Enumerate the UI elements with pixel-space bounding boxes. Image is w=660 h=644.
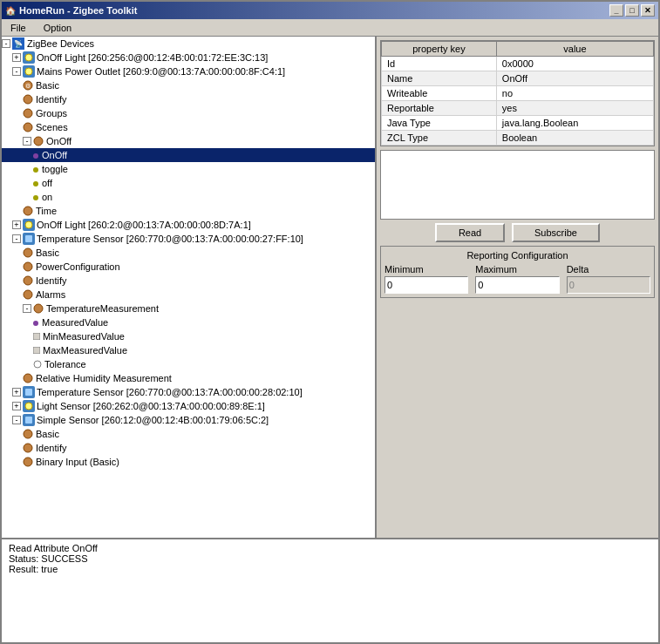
property-value-cell: java.lang.Boolean <box>496 116 653 131</box>
tree-onofflight2[interactable]: + OnOff Light [260:2:0@00:13:7A:00:00:00… <box>2 218 375 232</box>
minimum-field: Minimum <box>384 264 468 294</box>
root-expand[interactable]: - <box>2 39 10 48</box>
identify2-label: Identify <box>36 275 66 286</box>
read-button[interactable]: Read <box>435 223 505 242</box>
attr-circle-tolerance <box>33 360 42 369</box>
menu-option[interactable]: Option <box>38 21 77 35</box>
root-icon: 📡 <box>12 37 24 50</box>
svg-rect-14 <box>25 235 32 242</box>
svg-point-12 <box>25 221 32 228</box>
reporting-fields: Minimum Maximum Delta <box>384 264 650 294</box>
tree-powerconfig1[interactable]: PowerConfiguration <box>2 260 375 274</box>
cluster-icon-identify2 <box>23 275 33 286</box>
title-bar-buttons: _ □ ✕ <box>609 4 655 17</box>
onoff-cluster-expand[interactable]: - <box>23 137 31 146</box>
toggle-label: toggle <box>42 164 68 174</box>
tree-toggle[interactable]: toggle <box>2 162 375 176</box>
measuredvalue1-label: MeasuredValue <box>42 317 108 328</box>
tree-basic1[interactable]: ⚙ Basic <box>2 78 375 92</box>
tree-onoff-cluster[interactable]: - OnOff <box>2 134 375 148</box>
tree-time1[interactable]: Time <box>2 204 375 218</box>
alarms1-label: Alarms <box>36 289 65 300</box>
tree-tempsensor1[interactable]: - Temperature Sensor [260:770:0@00:13:7A… <box>2 232 375 246</box>
tree-off[interactable]: off <box>2 176 375 190</box>
tree-tempsensor2[interactable]: + Temperature Sensor [260:770:0@00:13:7A… <box>2 385 375 399</box>
tree-alarms1[interactable]: Alarms <box>2 288 375 302</box>
close-button[interactable]: ✕ <box>641 4 655 17</box>
tree-onofflight1[interactable]: + OnOff Light [260:256:0@00:12:4B:00:01:… <box>2 51 375 64</box>
left-panel: - 📡 ZigBee Devices + OnOff Light [260:25… <box>2 37 377 538</box>
lightsensor1-expand[interactable]: + <box>12 402 21 410</box>
value-textarea[interactable] <box>380 150 655 220</box>
cluster-icon-alarms1 <box>23 289 33 300</box>
bottom-log: Read Attribute OnOff Status: SUCCESS Res… <box>2 538 658 642</box>
tempsensor1-expand[interactable]: - <box>12 234 21 243</box>
onofflight1-expand[interactable]: + <box>12 53 21 62</box>
onoff-attr-label: OnOff <box>42 150 67 160</box>
maximize-button[interactable]: □ <box>625 4 639 17</box>
tree-root[interactable]: - 📡 ZigBee Devices <box>2 37 375 51</box>
property-key-cell: Name <box>382 71 497 86</box>
property-value-cell: 0x0000 <box>496 57 653 71</box>
svg-point-15 <box>24 248 32 257</box>
tree-onoff-attr[interactable]: OnOff <box>2 148 375 162</box>
svg-point-30 <box>24 430 32 438</box>
right-panel: property key value Id0x0000NameOnOffWrit… <box>377 37 658 538</box>
minimize-button[interactable]: _ <box>609 4 623 17</box>
tempsensor2-expand[interactable]: + <box>12 388 21 397</box>
tree-identify1[interactable]: Identify <box>2 92 375 106</box>
tree-simplesensor1[interactable]: - Simple Sensor [260:12:0@00:12:4B:00:01… <box>2 413 375 427</box>
cluster-icon-binaryinput1 <box>23 457 33 467</box>
tree-tempmeasure1[interactable]: - TemperatureMeasurement <box>2 302 375 315</box>
maximum-input[interactable] <box>475 276 559 294</box>
tree-basic3[interactable]: Basic <box>2 427 375 441</box>
menu-file[interactable]: File <box>5 21 31 35</box>
svg-point-16 <box>24 262 32 271</box>
tree-maxmeasuredvalue1[interactable]: MaxMeasuredValue <box>2 343 375 357</box>
property-key-cell: ZCL Type <box>382 131 497 146</box>
cluster-icon-time1 <box>23 206 33 216</box>
tree-minmeasuredvalue1[interactable]: MinMeasuredValue <box>2 329 375 343</box>
tree-tolerance1[interactable]: Tolerance <box>2 357 375 371</box>
onofflight2-label: OnOff Light [260:2:0@00:13:7A:00:00:00:8… <box>37 220 251 230</box>
onofflight2-expand[interactable]: + <box>12 220 21 229</box>
tree-basic2[interactable]: Basic <box>2 246 375 260</box>
tree-relhumidity1[interactable]: Relative Humidity Measurement <box>2 371 375 385</box>
log-container: Read Attribute OnOff Status: SUCCESS Res… <box>9 543 651 574</box>
mainspoweroutlet-expand[interactable]: - <box>12 67 21 76</box>
tree-identify3[interactable]: Identify <box>2 441 375 455</box>
tree-container[interactable]: - 📡 ZigBee Devices + OnOff Light [260:25… <box>2 37 375 538</box>
tree-identify2[interactable]: Identify <box>2 274 375 288</box>
tree-binaryinput1[interactable]: Binary Input (Basic) <box>2 455 375 469</box>
minimum-label: Minimum <box>384 264 424 275</box>
tolerance1-label: Tolerance <box>44 359 86 369</box>
tempmeasure1-expand[interactable]: - <box>23 304 31 313</box>
svg-point-27 <box>25 403 32 410</box>
tree-groups1[interactable]: Groups <box>2 106 375 120</box>
property-key-cell: Id <box>382 57 497 71</box>
property-value-cell: OnOff <box>496 71 653 86</box>
maximum-label: Maximum <box>475 264 517 275</box>
tree-on[interactable]: on <box>2 190 375 204</box>
svg-rect-29 <box>25 417 32 424</box>
tree-mainspoweroutlet[interactable]: - Mains Power Outlet [260:9:0@00:13:7A:0… <box>2 64 375 78</box>
tree-lightsensor1[interactable]: + Light Sensor [260:262:0@00:13:7A:00:00… <box>2 399 375 413</box>
method-dot-off <box>33 178 38 188</box>
delta-input <box>567 276 650 294</box>
delta-field: Delta <box>567 264 650 294</box>
svg-point-3 <box>25 68 32 75</box>
title-bar: 🏠 HomeRun - Zigbee Toolkit _ □ ✕ <box>2 2 658 19</box>
tree-scenes1[interactable]: Scenes <box>2 120 375 134</box>
delta-label: Delta <box>567 264 589 275</box>
svg-point-23 <box>24 374 32 383</box>
subscribe-button[interactable]: Subscribe <box>512 223 600 242</box>
minimum-input[interactable] <box>384 276 468 294</box>
property-key-cell: Java Type <box>382 116 497 131</box>
svg-point-31 <box>24 444 32 452</box>
simplesensor1-expand[interactable]: - <box>12 416 21 424</box>
property-key-cell: Writeable <box>382 86 497 101</box>
tree-measuredvalue1[interactable]: MeasuredValue <box>2 315 375 329</box>
svg-point-18 <box>24 290 32 299</box>
svg-point-19 <box>34 304 43 313</box>
cluster-icon-relhumidity1 <box>23 373 33 383</box>
